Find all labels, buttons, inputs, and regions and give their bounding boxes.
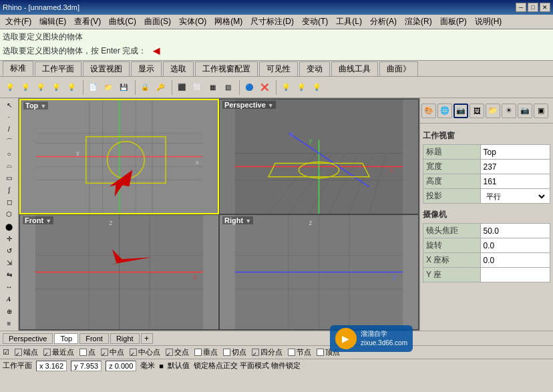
menu-item-查看V[interactable]: 查看(V) <box>70 15 105 29</box>
toolbar-icon-8[interactable]: 💾 <box>116 80 131 95</box>
camera2-icon[interactable]: 📷 <box>518 104 532 118</box>
folder-icon[interactable]: 📁 <box>486 104 500 118</box>
toolbar-icon-11[interactable]: ⬛ <box>174 80 189 95</box>
menu-item-分析A[interactable]: 分析(A) <box>366 15 401 29</box>
arc-tool[interactable]: ⌓ <box>1 160 17 172</box>
render-icon[interactable]: 📷 <box>453 104 468 118</box>
prop-value-title[interactable]: Top <box>480 145 550 160</box>
toolbar-tab-9[interactable]: 曲面》 <box>379 61 418 76</box>
snap-nearest-cb[interactable] <box>43 349 51 356</box>
prop-value-rotation[interactable]: 0.0 <box>480 238 550 253</box>
snap-tool[interactable]: ⊕ <box>1 306 17 317</box>
viewport-icon[interactable]: ▣ <box>534 104 548 118</box>
toolbar-icon-15[interactable]: 🔵 <box>242 80 256 95</box>
menu-item-文件F[interactable]: 文件(F) <box>1 15 35 29</box>
projection-select[interactable]: 平行 透视 <box>484 192 548 201</box>
material-icon[interactable]: 🎨 <box>421 104 436 118</box>
prop-value-height[interactable]: 161 <box>480 174 550 189</box>
toolbar-icon-1[interactable]: 💡 <box>3 80 17 95</box>
snap-knot[interactable]: 节点 <box>288 347 311 357</box>
snap-quad[interactable]: 四分点 <box>252 347 283 357</box>
vp-tab-perspective[interactable]: Perspective <box>3 333 53 344</box>
snap-endpoint-cb[interactable] <box>15 349 22 356</box>
point-tool[interactable]: · <box>1 112 17 123</box>
toolbar-icon-13[interactable]: ▦ <box>205 80 220 95</box>
toolbar-icon-4[interactable]: 💡 <box>49 80 63 95</box>
snap-center[interactable]: 中心点 <box>130 347 160 357</box>
snap-nearest[interactable]: 最近点 <box>43 347 74 357</box>
toolbar-tab-4[interactable]: 选取 <box>163 61 194 76</box>
viewport-right[interactable]: y z Right ▼ <box>219 214 419 330</box>
viewport-right-dropdown[interactable]: ▼ <box>245 218 251 224</box>
menu-item-网格M[interactable]: 网格(M) <box>210 15 246 29</box>
menu-item-尺寸标注D[interactable]: 尺寸标注(D) <box>246 15 298 29</box>
rect-tool[interactable]: ▭ <box>1 172 17 184</box>
dim-tool[interactable]: ↔ <box>1 281 17 292</box>
rotate-tool[interactable]: ↺ <box>1 245 17 256</box>
toolbar-icon-10[interactable]: 🔑 <box>153 80 168 95</box>
sphere-tool[interactable]: ⬤ <box>1 221 17 232</box>
minimize-button[interactable]: ─ <box>516 3 526 12</box>
toolbar-tab-2[interactable]: 设置视图 <box>83 61 130 76</box>
viewport-perspective-dropdown[interactable]: ▼ <box>268 102 274 109</box>
viewport-right-label[interactable]: Right ▼ <box>222 216 253 224</box>
snap-quad-cb[interactable] <box>252 349 259 356</box>
snap-intersect[interactable]: 交点 <box>166 347 189 357</box>
toolbar-tab-7[interactable]: 变动 <box>299 61 330 76</box>
viewport-top-dropdown[interactable]: ▼ <box>40 103 46 110</box>
toolbar-icon-3[interactable]: 💡 <box>33 80 48 95</box>
snap-perp-cb[interactable] <box>194 349 202 356</box>
surface-tool[interactable]: ◻ <box>1 196 17 208</box>
snap-midpoint-cb[interactable] <box>101 349 108 356</box>
toolbar-tab-6[interactable]: 可见性 <box>259 61 298 76</box>
environment-icon[interactable]: 🌐 <box>437 104 452 118</box>
viewport-front-label[interactable]: Front ▼ <box>23 216 53 224</box>
prop-value-width[interactable]: 237 <box>480 160 550 174</box>
toolbar-icon-17[interactable]: 💡 <box>279 80 293 95</box>
toolbar-tab-3[interactable]: 显示 <box>131 61 162 76</box>
line-tool[interactable]: / <box>1 124 17 135</box>
prop-value-y[interactable] <box>480 268 550 282</box>
toolbar-icon-2[interactable]: 💡 <box>18 80 33 95</box>
vp-tab-front[interactable]: Front <box>79 333 109 344</box>
snap-point-cb[interactable] <box>79 349 87 356</box>
toolbar-tab-0[interactable]: 标准 <box>3 61 33 76</box>
toolbar-tab-8[interactable]: 曲线工具 <box>331 61 378 76</box>
toolbar-tab-5[interactable]: 工作视窗配置 <box>195 61 258 76</box>
select-tool[interactable]: ↖ <box>1 100 17 111</box>
snap-vertex-cb[interactable] <box>317 349 324 356</box>
toolbar-icon-6[interactable]: 📄 <box>85 80 100 95</box>
menu-item-编辑E[interactable]: 编辑(E) <box>35 15 70 29</box>
viewport-perspective-label[interactable]: Perspective ▼ <box>222 101 276 109</box>
toolbar-icon-9[interactable]: 🔒 <box>138 80 152 95</box>
layer-tool[interactable]: ≡ <box>1 318 17 329</box>
circle-tool[interactable]: ○ <box>1 148 17 160</box>
move-tool[interactable]: ✛ <box>1 233 17 244</box>
viewport-top[interactable]: y x Top ▼ <box>19 99 219 214</box>
snap-knot-cb[interactable] <box>288 349 295 356</box>
viewport-front-dropdown[interactable]: ▼ <box>45 218 51 224</box>
prop-value-focal[interactable]: 50.0 <box>480 224 550 238</box>
viewport-top-label[interactable]: Top ▼ <box>23 102 48 110</box>
scale-tool[interactable]: ⇲ <box>1 257 17 268</box>
snap-tan-cb[interactable] <box>223 349 230 356</box>
sun-icon[interactable]: ☀ <box>502 104 516 118</box>
toolbar-icon-7[interactable]: 📁 <box>101 80 116 95</box>
menu-item-渲染R[interactable]: 渲染(R) <box>401 15 436 29</box>
menu-item-工具L[interactable]: 工具(L) <box>332 15 366 29</box>
menu-item-实体O[interactable]: 实体(O) <box>175 15 210 29</box>
curve-tool[interactable]: ∫ <box>1 184 17 196</box>
vp-tab-right[interactable]: Right <box>110 333 140 344</box>
snap-intersect-cb[interactable] <box>166 349 173 356</box>
snap-tan[interactable]: 切点 <box>223 347 246 357</box>
vp-tab-add-button[interactable]: + <box>141 333 153 344</box>
menu-item-曲线C[interactable]: 曲线(C) <box>105 15 140 29</box>
texture-icon[interactable]: 🖼 <box>470 104 484 118</box>
annotation-tool[interactable]: 𝑨 <box>1 294 17 305</box>
toolbar-icon-16[interactable]: ❌ <box>257 80 272 95</box>
menu-item-曲面S[interactable]: 曲面(S) <box>140 15 175 29</box>
toolbar-icon-12[interactable]: ⬜ <box>190 80 204 95</box>
box-tool[interactable]: ⬡ <box>1 208 17 220</box>
snap-point[interactable]: 点 <box>79 347 96 357</box>
menu-item-面板P[interactable]: 面板(P) <box>436 15 471 29</box>
